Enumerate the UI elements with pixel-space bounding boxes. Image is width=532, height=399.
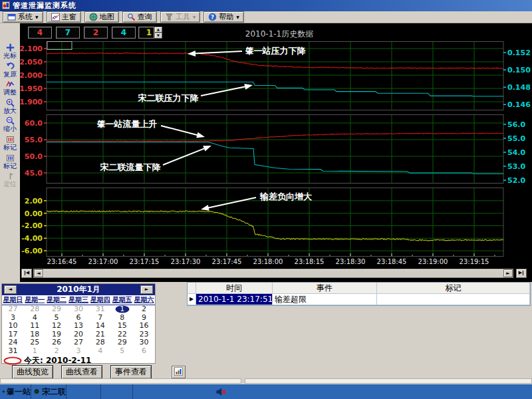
events-table[interactable]: 时间事件标记▶2010-1-1 23:17:51输差超限 xyxy=(187,282,531,306)
chart-scroll-row: ◀ ◄ ► ▶ xyxy=(20,268,532,279)
spinner-down-button[interactable]: ▼ xyxy=(154,33,162,39)
y-axis-label: 56.0 xyxy=(507,120,525,129)
calendar-day-cell[interactable]: 15 xyxy=(111,322,133,331)
spinner-up-button[interactable]: ▲ xyxy=(154,27,162,33)
calendar-day-cell[interactable]: 4 xyxy=(89,347,111,356)
chart-title: 2010-1-1历史数据 xyxy=(213,29,346,40)
sidebar-tool-mark-red[interactable]: 标记 xyxy=(0,135,20,151)
curve-preview-button[interactable]: 曲线预览 xyxy=(12,365,53,379)
calendar-day-cell[interactable]: 11 xyxy=(24,322,46,331)
y-axis-label: -6.00 xyxy=(21,247,43,255)
sidebar-tool-mark-blue[interactable]: 标记 xyxy=(0,154,20,170)
calendar-day-cell[interactable]: 10 xyxy=(2,322,24,331)
x-axis-tick-label: 23:18:30 xyxy=(331,258,370,265)
calendar-day-cell[interactable]: 2 xyxy=(133,305,155,314)
calendar-day-cell[interactable]: 30 xyxy=(68,305,90,314)
chart-panel[interactable]: 2.1002.0502.0001.9501.9000.1520.1500.148… xyxy=(20,23,532,282)
weekday-label: 星期日 xyxy=(2,295,24,305)
x-axis-tick-label: 23:18:45 xyxy=(372,258,411,265)
y-axis-label: 50.0 xyxy=(25,152,43,161)
calendar-day-cell[interactable]: 28 xyxy=(24,305,46,314)
today-circle-icon xyxy=(3,356,22,365)
toolbar-button-help[interactable]: ?帮助▼ xyxy=(203,11,244,23)
sidebar-tool-adjust[interactable]: 调整 xyxy=(0,80,20,96)
calendar-day-cell[interactable]: 3 xyxy=(68,347,90,356)
toolbar-button-map[interactable]: 地图 xyxy=(84,11,119,23)
scroll-first-button[interactable]: ◀ xyxy=(21,269,32,278)
curve-count-box-3[interactable]: 2 xyxy=(84,27,108,39)
event-view-button[interactable]: 事件查看 xyxy=(110,365,152,379)
muted-speaker-indicator xyxy=(216,387,225,396)
column-header-time[interactable]: 时间 xyxy=(196,283,273,294)
status-panel-empty xyxy=(101,384,133,399)
calendar-day-cell[interactable]: 27 xyxy=(2,305,24,314)
calendar-day-cell[interactable]: 14 xyxy=(89,322,111,331)
scroll-left-arrow[interactable]: ◄ xyxy=(34,269,43,277)
status-panel-2: 宋二联 xyxy=(31,384,66,399)
calendar-day-selected[interactable]: 1 xyxy=(111,305,133,314)
app-window: 管道泄漏监测系统 系统▼主窗地图查询工具▼?帮助▼ 光标复原调整放大缩小标记标记… xyxy=(0,0,532,399)
x-axis-tick-label: 23:16:45 xyxy=(43,258,81,265)
annotation-text: 宋二联压力下降 xyxy=(138,93,200,103)
y-axis-label: -2.00 xyxy=(21,221,43,230)
weekday-label: 星期三 xyxy=(68,295,90,305)
scroll-right-arrow[interactable]: ► xyxy=(503,269,513,277)
calendar-day-cell[interactable]: 6 xyxy=(133,347,155,356)
zoom-in-icon xyxy=(6,98,15,107)
annotation: 宋二联流量下降 xyxy=(100,146,212,172)
y-axis-label: 53.0 xyxy=(507,162,525,171)
curve-view-button[interactable]: 曲线查看 xyxy=(61,365,102,379)
calendar-day-cell[interactable]: 1 xyxy=(24,347,46,356)
sidebar-tool-crosshair[interactable]: 光标 xyxy=(0,43,20,59)
calendar-day-cell[interactable]: 16 xyxy=(133,322,155,331)
charts-canvas[interactable]: 2.1002.0502.0001.9501.9000.1520.1500.148… xyxy=(20,23,532,257)
chart-scrollbar[interactable]: ◄ ► xyxy=(33,269,513,278)
weekday-label: 星期五 xyxy=(111,295,133,305)
curve-count-box-4[interactable]: 4 xyxy=(112,27,136,39)
calendar-day-cell[interactable]: 5 xyxy=(111,347,133,356)
calendar-prev-button[interactable]: ◄ xyxy=(4,285,17,294)
toolbar-button-query[interactable]: 查询 xyxy=(122,11,157,23)
calendar-day-cell[interactable]: 12 xyxy=(46,322,68,331)
calendar[interactable]: ◄ 2010年1月 ► 星期日星期一星期二星期三星期四星期五星期六 272829… xyxy=(1,283,156,364)
sidebar-tool-undo[interactable]: 复原 xyxy=(0,62,20,78)
chevron-down-icon: ▼ xyxy=(35,15,39,19)
chevron-down-icon: ▼ xyxy=(193,15,196,19)
curve-spinner-value[interactable]: 1 xyxy=(138,27,154,39)
curve-count-box-2[interactable]: 7 xyxy=(56,27,80,39)
calendar-day-cell[interactable]: 31 xyxy=(89,305,111,314)
y-axis-label: 1.950 xyxy=(20,84,43,93)
toolbar-button-main-window[interactable]: 主窗 xyxy=(47,11,81,23)
crosshair-icon xyxy=(6,43,15,52)
table-header-row: 时间事件标记 xyxy=(188,283,530,294)
calendar-day-cell[interactable]: 2 xyxy=(46,347,68,356)
y-axis-label: 0.152 xyxy=(507,49,531,57)
curve-count-box-1[interactable]: 4 xyxy=(28,27,52,39)
y-axis-label: 0.146 xyxy=(507,100,531,109)
table-row[interactable]: ▶2010-1-1 23:17:51输差超限 xyxy=(188,294,530,305)
calendar-day-cell[interactable]: 13 xyxy=(68,322,90,331)
scrollbar-track[interactable] xyxy=(43,269,503,277)
mark-red-icon xyxy=(6,135,15,144)
svg-text:?: ? xyxy=(211,14,214,21)
x-axis-tick-label: 23:18:15 xyxy=(290,258,329,265)
calendar-day-cell[interactable]: 29 xyxy=(46,305,68,314)
column-header-event[interactable]: 事件 xyxy=(273,283,377,294)
zoom-out-icon xyxy=(6,116,15,125)
scroll-last-button[interactable]: ▶ xyxy=(516,269,527,278)
status-panel-empty xyxy=(66,384,101,399)
tool-sidebar: 光标复原调整放大缩小标记标记定位 xyxy=(0,23,20,282)
export-button[interactable] xyxy=(172,366,186,378)
calendar-day-cell[interactable]: 31 xyxy=(2,347,24,356)
y-axis-label: 0.150 xyxy=(507,66,531,74)
y-axis-label: 55.0 xyxy=(25,136,43,144)
y-axis-label: 2.050 xyxy=(20,58,43,66)
sidebar-tool-zoom-in[interactable]: 放大 xyxy=(0,98,20,114)
map-icon xyxy=(89,13,98,21)
column-header-mark[interactable]: 标记 xyxy=(377,283,530,294)
toolbar-button-system[interactable]: 系统▼ xyxy=(3,11,43,23)
y-axis-label: 1.900 xyxy=(20,98,43,106)
sidebar-tool-zoom-out[interactable]: 缩小 xyxy=(0,116,20,132)
query-icon xyxy=(127,13,136,21)
calendar-next-button[interactable]: ► xyxy=(140,285,153,294)
